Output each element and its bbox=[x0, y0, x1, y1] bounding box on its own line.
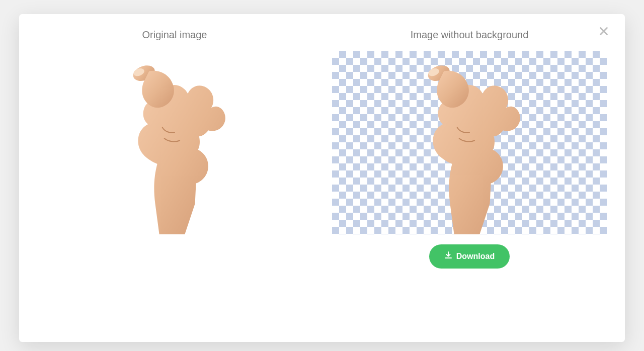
result-modal: Original image bbox=[19, 14, 625, 342]
result-image bbox=[332, 51, 607, 234]
download-button[interactable]: Download bbox=[429, 244, 510, 269]
download-icon bbox=[444, 251, 452, 261]
download-label: Download bbox=[456, 252, 495, 261]
original-image bbox=[37, 51, 312, 234]
result-column: Image without background bbox=[332, 29, 607, 269]
comparison-columns: Original image bbox=[37, 29, 607, 269]
close-button[interactable] bbox=[597, 25, 611, 39]
hand-image-original bbox=[113, 51, 235, 234]
original-title: Original image bbox=[142, 29, 207, 41]
close-icon bbox=[598, 26, 609, 39]
original-column: Original image bbox=[37, 29, 312, 269]
hand-image-result bbox=[408, 51, 530, 234]
result-title: Image without background bbox=[411, 29, 529, 41]
